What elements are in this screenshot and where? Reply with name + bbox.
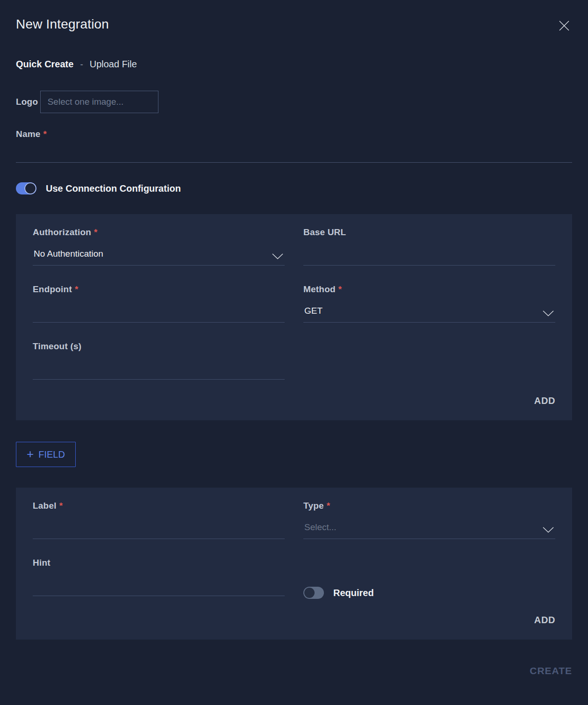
required-toggle-label: Required [333,588,374,598]
name-input[interactable] [16,139,572,163]
base-url-input[interactable] [304,249,554,259]
type-select[interactable]: Select... [303,518,555,539]
add-field-button[interactable]: + FIELD [16,442,76,467]
create-button[interactable]: CREATE [530,665,572,676]
page-title: New Integration [16,17,109,32]
connection-config-panel: Authorization* No Authentication Base UR… [16,214,572,420]
plus-icon: + [27,448,34,460]
logo-field: Logo [16,86,572,113]
timeout-field: Timeout (s) [33,341,285,380]
hint-label: Hint [33,558,285,568]
base-url-label: Base URL [303,227,555,237]
label-input[interactable] [34,522,284,532]
endpoint-input[interactable] [34,306,284,316]
method-value: GET [304,306,323,316]
required-toggle-field: Required [303,558,555,599]
connection-toggle-label: Use Connection Configuration [46,183,181,194]
method-select[interactable]: GET [303,301,555,323]
tab-separator: - [80,59,83,70]
modal-footer: CREATE [16,647,572,705]
close-button[interactable] [556,18,572,34]
connection-toggle-row: Use Connection Configuration [16,182,572,194]
tab-quick-create[interactable]: Quick Create [16,59,73,70]
chevron-down-icon [542,526,554,533]
authorization-value: No Authentication [34,249,103,259]
base-url-field: Base URL [303,227,555,266]
field-definition-panel: Label* Type* Select... Hint [16,488,572,640]
new-integration-modal: New Integration Quick Create - Upload Fi… [0,0,588,705]
add-field-button-label: FIELD [38,449,65,460]
label-field: Label* [33,501,285,539]
authorization-select[interactable]: No Authentication [33,244,285,266]
hint-field: Hint [33,558,285,599]
timeout-label: Timeout (s) [33,341,285,352]
required-asterisk: * [59,501,63,511]
required-asterisk: * [338,284,342,294]
logo-label: Logo [16,97,38,107]
connection-add-button[interactable]: ADD [534,396,555,406]
name-field: Name* [16,129,572,163]
authorization-field: Authorization* No Authentication [33,227,285,266]
type-field: Type* Select... [303,501,555,539]
field-add-button[interactable]: ADD [534,615,555,626]
required-asterisk: * [43,129,47,139]
logo-input[interactable] [40,91,158,113]
use-connection-toggle[interactable] [16,182,36,194]
method-field: Method* GET [303,284,555,323]
chevron-down-icon [542,310,554,317]
required-toggle[interactable] [303,587,324,599]
tab-upload-file[interactable]: Upload File [90,59,137,70]
required-asterisk: * [75,284,79,294]
timeout-input[interactable] [34,363,284,373]
type-placeholder: Select... [304,522,337,532]
toggle-knob [25,183,36,194]
chevron-down-icon [272,253,284,260]
hint-input[interactable] [34,579,284,590]
close-icon [558,20,570,32]
create-mode-tabs: Quick Create - Upload File [16,59,572,70]
endpoint-field: Endpoint* [33,284,285,323]
name-label: Name* [16,129,47,139]
required-asterisk: * [327,501,330,511]
modal-header: New Integration [16,0,572,34]
grid-spacer [303,341,555,380]
required-asterisk: * [94,227,98,237]
toggle-knob [304,588,315,598]
